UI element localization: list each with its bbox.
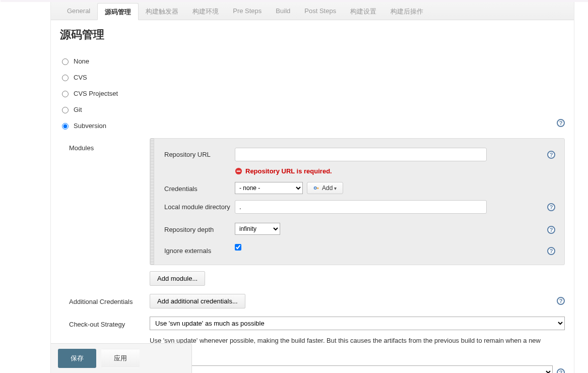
ignore-ext-label: Ignore externals [164,244,235,255]
help-icon[interactable]: ? [547,203,555,211]
checkout-strategy-select[interactable]: Use 'svn update' as much as possible [150,317,565,330]
drag-handle[interactable] [150,139,154,265]
scm-radio-label: Git [74,105,82,115]
tab-pre-steps[interactable]: Pre Steps [226,3,269,20]
config-tabs: General 源码管理 构建触发器 构建环境 Pre Steps Build … [51,0,574,20]
auto-select[interactable]: (自动) [159,365,553,373]
add-module-button[interactable]: Add module... [150,271,205,286]
help-icon[interactable]: ? [547,247,555,255]
depth-label: Repository depth [164,223,235,233]
svg-text:?: ? [559,369,563,373]
help-icon[interactable]: ? [557,297,565,305]
help-icon[interactable]: ? [547,226,555,234]
chevron-down-icon: ▾ [334,185,337,191]
module-box: Repository URL ? Repository URL is requi… [150,138,565,265]
checkout-label: Check-out Strategy [69,317,150,328]
help-icon[interactable]: ? [547,151,555,159]
tab-post-steps[interactable]: Post Steps [297,3,343,20]
tab-build-settings[interactable]: 构建设置 [343,3,383,20]
scm-radio-label: CVS [74,73,87,83]
key-icon [313,185,319,191]
local-dir-label: Local module directory [164,200,235,211]
section-title: 源码管理 [60,27,565,42]
scm-radio-subversion-input[interactable] [62,123,69,130]
credentials-label: Credentials [164,182,235,193]
svg-text:?: ? [559,298,563,304]
tab-post-build[interactable]: 构建后操作 [383,3,430,20]
help-icon[interactable]: ? [557,119,565,127]
scm-radio-none[interactable]: None [60,53,565,70]
local-dir-input[interactable] [235,200,487,214]
credentials-select[interactable]: - none - [235,182,303,194]
scm-radio-cvsproj[interactable]: CVS Projectset [60,86,565,102]
additional-credentials-label: Additional Credentials [69,294,150,305]
add-button-label: Add [322,184,333,192]
tab-scm[interactable]: 源码管理 [97,3,139,20]
scm-radio-cvsproj-input[interactable] [62,91,69,97]
save-button[interactable]: 保存 [58,349,96,368]
apply-button[interactable]: 应用 [101,349,140,368]
svg-text:?: ? [559,120,563,126]
scm-radio-label: CVS Projectset [74,89,118,99]
scm-radio-label: None [74,56,89,67]
scm-radio-git-input[interactable] [62,107,69,113]
add-additional-credentials-button[interactable]: Add additional credentials... [150,294,245,308]
error-icon [235,167,242,175]
svg-text:?: ? [550,227,553,233]
error-text: Repository URL is required. [245,167,332,175]
tab-triggers[interactable]: 构建触发器 [139,3,185,20]
svg-text:?: ? [550,248,553,254]
svg-rect-5 [237,171,241,172]
scm-radio-git[interactable]: Git [60,102,565,118]
help-icon[interactable]: ? [557,368,565,373]
tab-build-env[interactable]: 构建环境 [185,3,226,20]
scm-radio-group: None CVS CVS Projectset Git Subversion ? [60,53,565,134]
svg-text:?: ? [550,152,553,158]
svg-text:?: ? [550,204,553,210]
ignore-ext-checkbox[interactable] [235,244,241,251]
repo-url-error: Repository URL is required. [235,167,555,175]
depth-select[interactable]: infinity [235,223,280,235]
add-credentials-button[interactable]: Add ▾ [307,182,343,194]
tab-build[interactable]: Build [269,3,297,20]
repo-url-input[interactable] [235,148,487,161]
scm-radio-label: Subversion [74,121,106,131]
svg-point-6 [314,187,317,190]
scm-radio-none-input[interactable] [62,58,69,65]
scm-radio-subversion[interactable]: Subversion ? [60,118,565,134]
footer-bar: 保存 应用 [51,343,192,373]
tab-general[interactable]: General [60,3,97,20]
repo-url-label: Repository URL [164,148,235,158]
checkout-desc: Use 'svn update' whenever possible, maki… [150,336,565,354]
modules-label: Modules [69,140,150,156]
scm-radio-cvs[interactable]: CVS [60,70,565,86]
scm-radio-cvs-input[interactable] [62,75,69,81]
